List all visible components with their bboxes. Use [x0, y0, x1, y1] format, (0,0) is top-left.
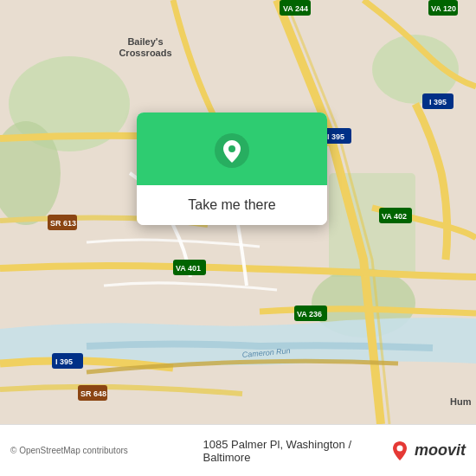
address-label: 1085 Palmer Pl, Washington / Baltimore — [196, 438, 389, 464]
bottom-bar: © OpenStreetMap contributors 1085 Palmer… — [0, 424, 476, 476]
svg-text:SR 613: SR 613 — [50, 219, 76, 228]
moovit-logo: moovit — [389, 440, 466, 462]
svg-text:I 395: I 395 — [429, 98, 447, 106]
svg-text:VA 236: VA 236 — [297, 310, 322, 318]
svg-text:VA 244: VA 244 — [283, 4, 308, 13]
popup-card: Take me there — [137, 113, 327, 225]
take-me-there-button[interactable]: Take me there — [137, 185, 327, 225]
svg-text:VA 120: VA 120 — [431, 4, 456, 13]
svg-text:Crossroads: Crossroads — [119, 48, 171, 58]
svg-text:Bailey's: Bailey's — [127, 36, 163, 47]
moovit-brand-text: moovit — [415, 441, 466, 460]
popup-green-area — [137, 113, 327, 185]
map-container[interactable]: I 395 I 395 VA 244 VA 120 VA 7 VA 402 VA… — [0, 0, 476, 424]
svg-point-34 — [397, 445, 403, 451]
svg-point-33 — [228, 145, 235, 152]
svg-text:SR 648: SR 648 — [80, 389, 106, 398]
moovit-pin-icon — [389, 440, 411, 462]
svg-text:I 395: I 395 — [327, 132, 344, 141]
osm-attribution: © OpenStreetMap contributors — [10, 446, 196, 455]
location-pin-icon — [213, 132, 251, 170]
svg-text:Hum: Hum — [450, 396, 472, 407]
svg-text:I 395: I 395 — [55, 357, 73, 366]
svg-text:VA 401: VA 401 — [176, 264, 201, 273]
svg-text:VA 402: VA 402 — [382, 212, 407, 221]
